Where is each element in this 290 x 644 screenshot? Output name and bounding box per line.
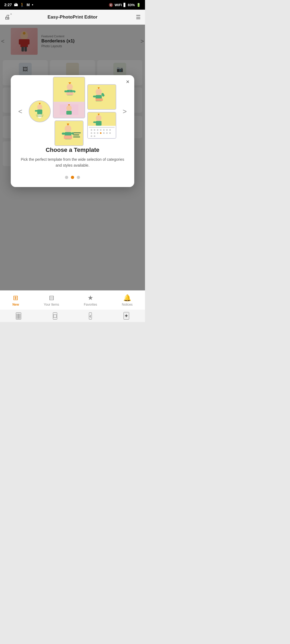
new-label: New [12, 303, 19, 306]
svg-point-55 [100, 129, 102, 131]
battery-icon: 🔋 [136, 3, 141, 7]
nav-your-items[interactable]: ⊟ Your Items [44, 294, 59, 306]
dot-3[interactable] [77, 176, 80, 179]
favorites-label: Favorites [84, 303, 97, 306]
svg-rect-43 [96, 98, 103, 101]
svg-point-28 [65, 125, 71, 132]
notices-label: Notices [122, 303, 133, 306]
svg-rect-21 [66, 92, 73, 95]
status-bar: 2:27 🏔 🚶 M • 🔇 WiFi ▋ 83% 🔋 [0, 0, 145, 10]
gmail-icon: M [27, 3, 30, 7]
svg-point-57 [106, 129, 108, 131]
battery-text: 83% [128, 3, 135, 7]
background-content: < Featured Content Borderless (x1) Photo… [0, 25, 145, 304]
nav-favorites[interactable]: ★ Favorites [84, 294, 97, 306]
svg-point-58 [109, 129, 111, 131]
svg-rect-51 [89, 127, 115, 128]
dot-icon: • [32, 3, 33, 7]
new-icon: ⊞ [13, 294, 18, 302]
sys-home-button[interactable]: □ [53, 312, 57, 320]
svg-rect-33 [64, 136, 72, 139]
svg-point-8 [37, 104, 42, 110]
svg-rect-14 [37, 116, 43, 117]
template-medium-card[interactable] [55, 120, 84, 146]
svg-rect-26 [66, 111, 72, 115]
app-header: 🖨 + Easy-PhotoPrint Editor ☰ [0, 10, 145, 25]
dot-2[interactable] [71, 176, 74, 179]
svg-rect-35 [73, 134, 79, 136]
svg-point-59 [91, 132, 92, 134]
svg-rect-45 [88, 112, 116, 126]
photo-icon: 🏔 [14, 3, 18, 7]
svg-point-16 [67, 84, 73, 90]
character-top-svg [60, 82, 78, 97]
template-bottom-slot [53, 102, 85, 118]
character-medium-svg [55, 121, 84, 145]
svg-rect-36 [73, 136, 80, 137]
svg-rect-19 [64, 90, 67, 92]
calendar-svg [87, 112, 116, 138]
favorites-icon: ★ [88, 294, 93, 302]
sys-back-button[interactable]: ‹ [89, 312, 92, 320]
template-items [24, 77, 121, 146]
mute-icon: 🔇 [109, 3, 113, 7]
app-title: Easy-PhotoPrint Editor [48, 14, 97, 20]
character-bottom-svg [60, 104, 78, 115]
svg-rect-49 [93, 121, 96, 123]
character-right-top-svg [87, 85, 116, 109]
template-nav-left[interactable]: < [16, 107, 24, 116]
svg-point-46 [96, 115, 102, 121]
status-time: 2:27 [4, 3, 12, 7]
sys-menu-button[interactable]: ||| [16, 312, 21, 320]
bottom-navigation: ⊞ New ⊟ Your Items ★ Favorites 🔔 Notices [0, 290, 145, 310]
svg-rect-48 [96, 121, 102, 125]
template-calendar-card[interactable] [87, 112, 116, 139]
svg-point-62 [100, 132, 102, 134]
template-right-top-card[interactable] [87, 84, 116, 110]
pagination-dots [16, 176, 129, 179]
disc-svg [29, 101, 51, 122]
nav-new[interactable]: ⊞ New [12, 294, 19, 306]
template-top-slot [53, 77, 85, 102]
svg-rect-34 [73, 132, 81, 133]
svg-point-24 [66, 105, 72, 111]
notices-icon: 🔔 [123, 294, 131, 302]
template-disc-card[interactable] [29, 100, 51, 122]
wifi-icon: WiFi [115, 3, 122, 7]
svg-point-56 [103, 129, 105, 131]
modal-title: Choose a Template [16, 147, 129, 153]
svg-rect-31 [62, 133, 65, 135]
menu-icon[interactable]: ☰ [136, 14, 141, 20]
svg-point-63 [103, 132, 105, 134]
printer-plus-icon: + [10, 13, 12, 16]
template-preview-area: < [16, 80, 129, 142]
your-items-icon: ⊟ [49, 294, 54, 302]
modal-description: Pick the perfect template from the wide … [16, 157, 129, 168]
svg-rect-41 [93, 96, 96, 97]
svg-point-61 [97, 132, 99, 134]
nav-notices[interactable]: 🔔 Notices [122, 294, 133, 306]
svg-point-64 [106, 132, 108, 134]
svg-point-65 [109, 132, 111, 134]
person-icon: 🚶 [20, 3, 24, 7]
svg-point-54 [97, 129, 99, 131]
dot-1[interactable] [65, 176, 68, 179]
sys-assist-button[interactable]: ✦ [124, 312, 129, 320]
svg-point-38 [96, 89, 102, 95]
template-layout-card[interactable] [53, 77, 85, 118]
signal-icon: ▋ [124, 3, 126, 7]
svg-point-53 [94, 129, 95, 131]
template-nav-right[interactable]: > [121, 107, 129, 116]
svg-rect-13 [36, 115, 44, 115]
printer-icon[interactable]: 🖨 + [4, 14, 10, 21]
svg-point-66 [91, 135, 92, 137]
svg-point-60 [94, 132, 95, 134]
svg-point-52 [91, 129, 92, 131]
system-navigation: ||| □ ‹ ✦ [0, 310, 145, 322]
svg-point-67 [94, 135, 95, 137]
template-modal: × < [11, 75, 134, 187]
svg-rect-11 [35, 110, 38, 112]
your-items-label: Your Items [44, 303, 59, 306]
svg-rect-10 [37, 109, 42, 114]
